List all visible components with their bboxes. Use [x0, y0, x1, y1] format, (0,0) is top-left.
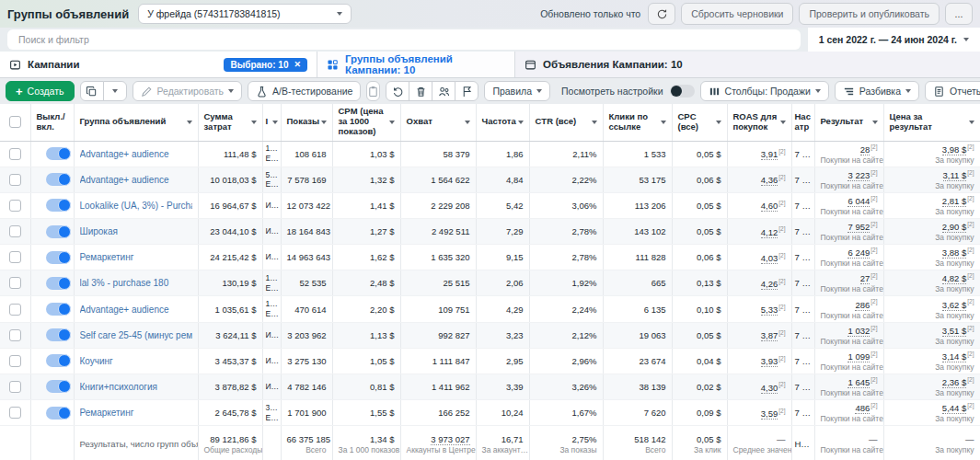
cell-spend: 23 044,10 $	[198, 218, 262, 244]
tab-adsets[interactable]: Группы объявлений Кампании: 10	[317, 52, 515, 77]
cell-toggle	[30, 348, 74, 374]
adset-name-link[interactable]: Широкая	[80, 226, 192, 236]
tab-ads[interactable]: Объявления Кампании: 10	[515, 52, 980, 77]
column-header-name[interactable]: Группа объявлений	[74, 104, 198, 141]
adset-on-toggle[interactable]	[46, 173, 71, 186]
duplicate-dropdown-button[interactable]	[103, 81, 127, 101]
column-header-ctr[interactable]: CTR (все)	[529, 104, 603, 141]
delete-button[interactable]	[409, 81, 432, 101]
sort-caret-icon[interactable]	[661, 121, 666, 124]
reports-button[interactable]: Отчеты	[925, 81, 980, 101]
adset-on-toggle[interactable]	[46, 199, 71, 212]
column-header-impressions[interactable]: Показы	[281, 104, 332, 141]
sort-caret-icon[interactable]	[969, 121, 974, 124]
sort-caret-icon[interactable]	[389, 121, 395, 124]
undo-button[interactable]	[386, 81, 409, 101]
tab-campaigns[interactable]: Кампании Выбрано: 10 ✕	[0, 52, 317, 77]
adset-on-toggle[interactable]	[46, 354, 71, 367]
duplicate-button[interactable]	[80, 81, 104, 101]
footnote-marker: [2]	[870, 144, 877, 150]
pin-flag-button[interactable]	[455, 81, 478, 101]
column-header-budget[interactable]: I	[262, 104, 281, 141]
column-header-roas[interactable]: ROAS для покупок	[727, 104, 791, 141]
sort-caret-icon[interactable]	[592, 121, 597, 124]
adset-on-toggle[interactable]	[46, 380, 71, 393]
adset-name-link[interactable]: Advantage+ audience	[80, 175, 192, 185]
sort-caret-icon[interactable]	[321, 121, 327, 124]
row-checkbox[interactable]	[9, 225, 21, 237]
sort-caret-icon[interactable]	[251, 121, 257, 124]
adset-name-link[interactable]: Ремаркетинг	[80, 252, 192, 262]
adset-name-link[interactable]: Ремаркетинг	[80, 408, 192, 418]
row-checkbox[interactable]	[9, 329, 21, 341]
column-header-cpc[interactable]: CPC (все)	[672, 104, 727, 141]
sort-caret-icon[interactable]	[716, 121, 721, 124]
adset-on-toggle[interactable]	[46, 225, 71, 238]
columns-button[interactable]: Столбцы: Продажи	[700, 81, 829, 101]
audience-button[interactable]	[432, 81, 455, 101]
adset-on-toggle[interactable]	[46, 328, 71, 341]
sort-caret-icon[interactable]	[518, 121, 524, 124]
breakdown-button[interactable]: Разбивка	[835, 81, 919, 101]
row-checkbox[interactable]	[9, 174, 21, 186]
selected-badge[interactable]: Выбрано: 10 ✕	[224, 58, 307, 72]
column-header-result[interactable]: Результат	[814, 104, 883, 141]
total-impressions: 66 375 185Всего	[281, 426, 332, 460]
paste-button[interactable]	[366, 81, 380, 101]
review-publish-button[interactable]: Проверить и опубликовать	[799, 3, 940, 25]
discard-drafts-button[interactable]: Сбросить черновики	[681, 3, 793, 25]
toggle-knob	[58, 173, 71, 186]
column-header-reach[interactable]: Охват	[400, 104, 476, 141]
select-all-header[interactable]	[0, 104, 30, 141]
cell-ctr: 2,12%	[529, 322, 603, 348]
account-dropdown[interactable]: У фрейда (574311783841815)	[138, 4, 352, 24]
sort-caret-icon[interactable]	[872, 121, 878, 124]
adset-on-toggle[interactable]	[46, 407, 71, 420]
ab-test-button[interactable]: A/B-тестирование	[248, 81, 361, 101]
row-checkbox[interactable]	[9, 407, 21, 419]
adset-on-toggle[interactable]	[46, 277, 71, 290]
select-all-checkbox[interactable]	[9, 116, 21, 128]
adset-on-toggle[interactable]	[46, 303, 71, 316]
sort-caret-icon[interactable]	[780, 121, 786, 124]
adset-name-link[interactable]: lal 3% - purchase 180	[80, 278, 192, 288]
column-header-clicks[interactable]: Клики по ссылке	[603, 104, 672, 141]
adset-name-link[interactable]: Advantage+ audience	[80, 149, 192, 159]
create-button[interactable]: + Создать	[6, 81, 75, 101]
column-header-spend[interactable]: Сумма затрат	[198, 104, 262, 141]
refresh-button[interactable]	[648, 3, 675, 25]
adset-name-link[interactable]: Коучинг	[80, 356, 192, 366]
view-settings-toggle[interactable]	[670, 85, 695, 98]
sort-caret-icon[interactable]	[272, 121, 278, 124]
toggle-knob	[58, 303, 71, 316]
adset-name-link[interactable]: Lookalike (UA, 3%) - Purchase 18…	[80, 201, 192, 211]
sort-caret-icon[interactable]	[465, 121, 470, 124]
search-input[interactable]: Поиск и фильтр	[7, 29, 801, 50]
column-label: Цена за результат	[890, 112, 967, 132]
adset-name-link[interactable]: Книги+психология	[80, 382, 192, 392]
column-header-attr[interactable]: Нас атр	[791, 104, 814, 141]
column-header-toggle[interactable]: Выкл./вкл.	[30, 104, 74, 141]
row-checkbox[interactable]	[9, 277, 21, 289]
column-header-cost[interactable]: Цена за результат	[883, 104, 980, 141]
row-checkbox[interactable]	[9, 200, 21, 212]
row-checkbox[interactable]	[9, 148, 21, 160]
rules-button[interactable]: Правила	[484, 81, 550, 101]
column-header-frequency[interactable]: Частота	[476, 104, 529, 141]
row-checkbox[interactable]	[9, 304, 21, 316]
close-icon[interactable]: ✕	[294, 60, 301, 69]
more-options-button[interactable]: ...	[945, 3, 973, 25]
cell-reach: 992 827	[400, 322, 476, 348]
column-header-cpm[interactable]: CPM (цена за 1000 показов)	[332, 104, 400, 141]
adset-name-link[interactable]: Self care 25-45 (минус ремаркет…	[80, 330, 192, 340]
adset-on-toggle[interactable]	[46, 147, 71, 160]
adset-name-link[interactable]: Advantage+ audience	[80, 305, 192, 315]
sort-caret-icon[interactable]	[187, 121, 192, 124]
adset-on-toggle[interactable]	[46, 251, 71, 264]
cell-cpm: 1,55 $	[332, 400, 400, 426]
date-range-picker[interactable]: 1 сен 2022 г. — 24 июн 2024 г.	[808, 28, 980, 52]
row-checkbox[interactable]	[9, 251, 21, 263]
row-checkbox[interactable]	[9, 355, 21, 367]
row-checkbox[interactable]	[9, 381, 21, 393]
edit-button[interactable]: Редактировать	[133, 81, 243, 101]
